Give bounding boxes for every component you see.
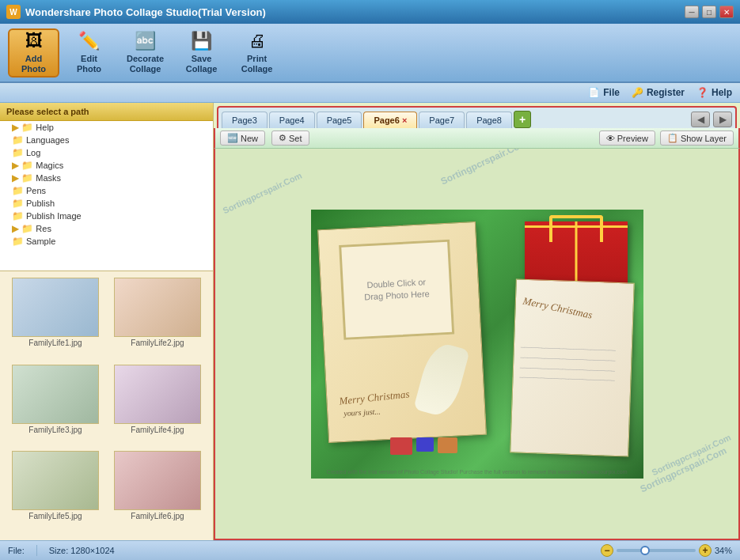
letter-page: Merry Christmas ________________________… (510, 278, 635, 456)
watermark-2: Sortingpcrspair.Com (639, 445, 728, 495)
page-tab-4[interactable]: Page4 (269, 112, 315, 128)
photo-image-1 (12, 278, 99, 337)
save-collage-button[interactable]: 💾 SaveCollage (176, 28, 227, 78)
zoom-out-button[interactable]: − (601, 544, 613, 557)
trial-watermark: Created with the trial version of Photo … (326, 469, 627, 475)
preview-icon: 👁 (606, 134, 615, 143)
register-label: Register (647, 87, 685, 98)
folder-icon: ▶ 📁 (12, 160, 33, 171)
print-collage-button[interactable]: 🖨 PrintCollage (231, 28, 283, 78)
size-label: Size: 1280×1024 (49, 546, 115, 555)
photo-label-4: FamilyLife4.jpg (131, 426, 184, 434)
tree-label: Res (36, 224, 51, 233)
close-button[interactable]: ✕ (719, 6, 734, 18)
page-tab-5[interactable]: Page5 (317, 112, 362, 128)
title-bar-left: W Wondershare Photo Collage Studio(Trial… (6, 5, 266, 19)
add-page-button[interactable]: + (514, 111, 531, 128)
decorate-collage-label: DecorateCollage (127, 54, 164, 74)
photo-thumb-4[interactable]: FamilyLife4.jpg (108, 365, 207, 448)
watermark-left: Sortingpcrspair.Com (222, 171, 304, 216)
photo-thumb-3[interactable]: FamilyLife3.jpg (6, 365, 104, 448)
edit-photo-button[interactable]: ✏️ EditPhoto (63, 28, 115, 78)
status-separator-1 (36, 545, 37, 556)
gift-box-3 (438, 437, 457, 453)
photo-drop-zone[interactable]: Double Click orDrag Photo Here (339, 239, 454, 339)
menu-help[interactable]: ❓ Help (696, 87, 732, 98)
zoom-handle[interactable] (640, 546, 650, 555)
add-photo-label: AddPhoto (21, 54, 46, 74)
minimize-button[interactable]: ─ (685, 6, 699, 18)
menu-file[interactable]: 📄 File (588, 87, 620, 98)
preview-label: Preview (617, 134, 648, 143)
app-title: Wondershare Photo Collage Studio(Trial V… (25, 6, 266, 18)
page-tab-8[interactable]: Page8 (466, 112, 512, 128)
page-tab-6[interactable]: Page6 (363, 112, 417, 128)
zoom-control: − + 34% (601, 544, 732, 557)
photo-grid: FamilyLife1.jpg FamilyLife2.jpg FamilyLi… (0, 271, 213, 540)
tree-item-log[interactable]: 📁 Log (0, 146, 213, 159)
file-tree[interactable]: ▶ 📁 Help 📁 Languages 📁 Log ▶ 📁 Magics ▶ … (0, 121, 213, 271)
maximize-button[interactable]: □ (702, 6, 716, 18)
folder-icon: 📁 (12, 134, 24, 146)
gift-box-2 (416, 437, 434, 452)
main-content: Please select a path ▶ 📁 Help 📁 Language… (0, 103, 740, 540)
preview-button[interactable]: 👁 Preview (599, 131, 655, 146)
tree-item-masks[interactable]: ▶ 📁 Masks (0, 172, 213, 184)
tree-item-languages[interactable]: 📁 Languages (0, 134, 213, 146)
tree-item-magics[interactable]: ▶ 📁 Magics (0, 159, 213, 172)
gift-boxes (390, 437, 457, 455)
collage-canvas[interactable]: Double Click orDrag Photo Here Merry Chr… (311, 210, 643, 479)
menu-register[interactable]: 🔑 Register (632, 87, 685, 98)
photo-image-2 (114, 278, 201, 337)
collage-background: Double Click orDrag Photo Here Merry Chr… (311, 210, 643, 479)
save-collage-label: SaveCollage (186, 54, 218, 74)
photo-thumb-5[interactable]: FamilyLife5.jpg (6, 451, 104, 534)
decorate-collage-icon: 🔤 (131, 31, 160, 51)
zoom-slider[interactable] (617, 549, 696, 552)
photo-image-4 (114, 365, 201, 424)
book-page: Double Click orDrag Photo Here Merry Chr… (317, 221, 487, 442)
help-label: Help (712, 87, 732, 98)
help-icon: ❓ (696, 87, 708, 98)
tree-label: Magics (36, 161, 63, 170)
tree-item-publish[interactable]: 📁 Publish (0, 197, 213, 210)
tree-item-res[interactable]: ▶ 📁 Res (0, 222, 213, 235)
tree-item-pens[interactable]: 📁 Pens (0, 184, 213, 197)
page-tab-7[interactable]: Page7 (419, 112, 465, 128)
add-photo-button[interactable]: 🖼 AddPhoto (8, 28, 59, 78)
tree-item-help[interactable]: ▶ 📁 Help (0, 121, 213, 134)
canvas-area[interactable]: Sortingpcrspair.Com Sortingpcrspair.Com … (214, 149, 740, 540)
folder-icon: ▶ 📁 (12, 172, 33, 184)
decorate-collage-button[interactable]: 🔤 DecorateCollage (119, 28, 172, 78)
page-tabs: Page3 Page4 Page5 Page6 Page7 Page8 + ◀ … (217, 106, 737, 128)
tree-label: Languages (26, 135, 69, 145)
zoom-in-button[interactable]: + (699, 544, 712, 557)
edit-photo-label: EditPhoto (77, 54, 101, 74)
page-tab-3[interactable]: Page3 (222, 112, 268, 128)
nav-prev-button[interactable]: ◀ (691, 112, 710, 127)
photo-thumb-2[interactable]: FamilyLife2.jpg (108, 278, 207, 361)
photo-image-5 (12, 451, 99, 510)
new-button[interactable]: 🆕 New (220, 131, 265, 146)
edit-photo-icon: ✏️ (75, 31, 104, 51)
letter-lines: ___________________________ ____________… (513, 339, 632, 384)
merry-christmas-letter: Merry Christmas (514, 286, 634, 338)
yours-text: yours just... (343, 407, 380, 417)
photo-label-1: FamilyLife1.jpg (28, 339, 82, 347)
main-toolbar: 🖼 AddPhoto ✏️ EditPhoto 🔤 DecorateCollag… (0, 24, 740, 83)
folder-icon: ▶ 📁 (12, 223, 33, 234)
set-button[interactable]: ⚙ Set (271, 131, 309, 146)
tree-label: Masks (36, 173, 61, 183)
window-controls: ─ □ ✕ (685, 6, 734, 18)
tree-item-publish-image[interactable]: 📁 Publish Image (0, 210, 213, 222)
canvas-toolbar: 🆕 New ⚙ Set 👁 Preview 📋 Show Layer (214, 128, 740, 149)
set-label: Set (289, 134, 302, 143)
print-collage-label: PrintCollage (241, 54, 273, 74)
show-layer-button[interactable]: 📋 Show Layer (660, 131, 734, 146)
tree-label: Sample (26, 236, 55, 246)
photo-thumb-1[interactable]: FamilyLife1.jpg (6, 278, 104, 361)
nav-next-button[interactable]: ▶ (713, 112, 732, 127)
tree-item-sample[interactable]: 📁 Sample (0, 235, 213, 248)
photo-thumb-6[interactable]: FamilyLife6.jpg (108, 451, 207, 534)
photo-label-5: FamilyLife5.jpg (28, 512, 82, 520)
